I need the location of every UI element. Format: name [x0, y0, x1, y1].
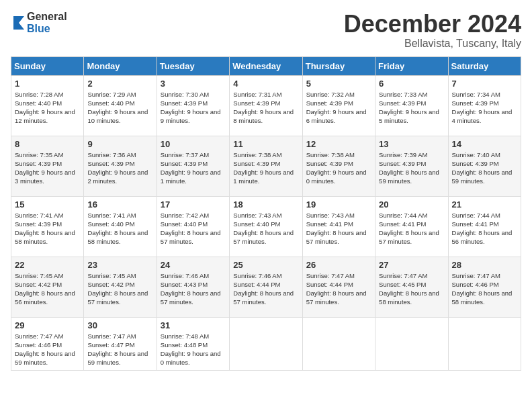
- logo-flag-icon: [11, 16, 24, 30]
- day-number: 20: [379, 199, 444, 210]
- day-info: Sunrise: 7:34 AMSunset: 4:39 PMDaylight:…: [452, 90, 517, 126]
- day-cell-2: 2Sunrise: 7:29 AMSunset: 4:40 PMDaylight…: [84, 75, 157, 136]
- day-info: Sunrise: 7:28 AMSunset: 4:40 PMDaylight:…: [15, 90, 80, 126]
- day-cell-3: 3Sunrise: 7:30 AMSunset: 4:39 PMDaylight…: [157, 75, 229, 136]
- location-title: Bellavista, Tuscany, Italy: [344, 38, 521, 50]
- calendar-row: 22Sunrise: 7:45 AMSunset: 4:42 PMDayligh…: [11, 257, 521, 317]
- calendar-row: 15Sunrise: 7:41 AMSunset: 4:39 PMDayligh…: [11, 196, 521, 257]
- day-cell-27: 27Sunrise: 7:47 AMSunset: 4:45 PMDayligh…: [375, 257, 448, 317]
- day-cell-13: 13Sunrise: 7:39 AMSunset: 4:39 PMDayligh…: [375, 136, 448, 196]
- day-number: 10: [161, 139, 226, 149]
- day-number: 7: [452, 79, 517, 89]
- calendar-row: 1Sunrise: 7:28 AMSunset: 4:40 PMDaylight…: [11, 75, 521, 136]
- day-number: 21: [452, 199, 517, 210]
- day-cell-20: 20Sunrise: 7:44 AMSunset: 4:41 PMDayligh…: [375, 196, 448, 257]
- day-info: Sunrise: 7:44 AMSunset: 4:41 PMDaylight:…: [452, 211, 517, 246]
- empty-cell: [302, 317, 375, 370]
- day-cell-4: 4Sunrise: 7:31 AMSunset: 4:39 PMDaylight…: [230, 75, 302, 136]
- day-info: Sunrise: 7:42 AMSunset: 4:40 PMDaylight:…: [161, 211, 226, 246]
- day-cell-21: 21Sunrise: 7:44 AMSunset: 4:41 PMDayligh…: [448, 196, 521, 257]
- day-info: Sunrise: 7:36 AMSunset: 4:39 PMDaylight:…: [87, 150, 152, 186]
- day-cell-18: 18Sunrise: 7:43 AMSunset: 4:40 PMDayligh…: [230, 196, 302, 257]
- logo: General Blue: [11, 11, 67, 34]
- calendar-row: 8Sunrise: 7:35 AMSunset: 4:39 PMDaylight…: [11, 136, 521, 196]
- day-cell-28: 28Sunrise: 7:47 AMSunset: 4:46 PMDayligh…: [448, 257, 521, 317]
- day-info: Sunrise: 7:37 AMSunset: 4:39 PMDaylight:…: [161, 150, 226, 186]
- day-info: Sunrise: 7:47 AMSunset: 4:47 PMDaylight:…: [87, 332, 152, 367]
- day-cell-22: 22Sunrise: 7:45 AMSunset: 4:42 PMDayligh…: [11, 257, 84, 317]
- day-cell-31: 31Sunrise: 7:48 AMSunset: 4:48 PMDayligh…: [157, 317, 229, 370]
- calendar-table: Sunday Monday Tuesday Wednesday Thursday…: [11, 56, 521, 371]
- month-title: December 2024: [344, 11, 521, 38]
- day-cell-24: 24Sunrise: 7:46 AMSunset: 4:43 PMDayligh…: [157, 257, 229, 317]
- day-info: Sunrise: 7:47 AMSunset: 4:46 PMDaylight:…: [15, 332, 80, 367]
- empty-cell: [375, 317, 448, 370]
- day-cell-10: 10Sunrise: 7:37 AMSunset: 4:39 PMDayligh…: [157, 136, 229, 196]
- day-number: 11: [233, 139, 298, 149]
- day-cell-15: 15Sunrise: 7:41 AMSunset: 4:39 PMDayligh…: [11, 196, 84, 257]
- empty-cell: [230, 317, 302, 370]
- day-cell-17: 17Sunrise: 7:42 AMSunset: 4:40 PMDayligh…: [157, 196, 229, 257]
- day-info: Sunrise: 7:32 AMSunset: 4:39 PMDaylight:…: [306, 90, 371, 126]
- day-number: 19: [306, 199, 371, 210]
- day-info: Sunrise: 7:39 AMSunset: 4:39 PMDaylight:…: [379, 150, 444, 186]
- header-wednesday: Wednesday: [230, 56, 302, 75]
- day-info: Sunrise: 7:47 AMSunset: 4:45 PMDaylight:…: [379, 271, 444, 307]
- day-cell-14: 14Sunrise: 7:40 AMSunset: 4:39 PMDayligh…: [448, 136, 521, 196]
- day-cell-8: 8Sunrise: 7:35 AMSunset: 4:39 PMDaylight…: [11, 136, 84, 196]
- page-header: General Blue December 2024 Bellavista, T…: [11, 11, 521, 50]
- day-info: Sunrise: 7:46 AMSunset: 4:43 PMDaylight:…: [161, 271, 226, 307]
- day-cell-12: 12Sunrise: 7:38 AMSunset: 4:39 PMDayligh…: [302, 136, 375, 196]
- day-number: 24: [161, 260, 226, 270]
- day-info: Sunrise: 7:33 AMSunset: 4:39 PMDaylight:…: [379, 90, 444, 126]
- day-info: Sunrise: 7:48 AMSunset: 4:48 PMDaylight:…: [161, 332, 226, 367]
- day-info: Sunrise: 7:43 AMSunset: 4:40 PMDaylight:…: [233, 211, 298, 246]
- day-cell-19: 19Sunrise: 7:43 AMSunset: 4:41 PMDayligh…: [302, 196, 375, 257]
- day-info: Sunrise: 7:45 AMSunset: 4:42 PMDaylight:…: [87, 271, 152, 307]
- day-info: Sunrise: 7:44 AMSunset: 4:41 PMDaylight:…: [379, 211, 444, 246]
- header-saturday: Saturday: [448, 56, 521, 75]
- day-cell-30: 30Sunrise: 7:47 AMSunset: 4:47 PMDayligh…: [84, 317, 157, 370]
- day-cell-7: 7Sunrise: 7:34 AMSunset: 4:39 PMDaylight…: [448, 75, 521, 136]
- day-number: 3: [161, 79, 226, 89]
- day-cell-25: 25Sunrise: 7:46 AMSunset: 4:44 PMDayligh…: [230, 257, 302, 317]
- header-monday: Monday: [84, 56, 157, 75]
- day-cell-23: 23Sunrise: 7:45 AMSunset: 4:42 PMDayligh…: [84, 257, 157, 317]
- logo-graphic: General Blue: [11, 11, 67, 34]
- day-info: Sunrise: 7:30 AMSunset: 4:39 PMDaylight:…: [161, 90, 226, 126]
- day-number: 1: [15, 79, 80, 89]
- calendar-row: 29Sunrise: 7:47 AMSunset: 4:46 PMDayligh…: [11, 317, 521, 370]
- day-number: 5: [306, 79, 371, 89]
- day-number: 17: [161, 199, 226, 210]
- header-sunday: Sunday: [11, 56, 84, 75]
- day-number: 4: [233, 79, 298, 89]
- day-cell-6: 6Sunrise: 7:33 AMSunset: 4:39 PMDaylight…: [375, 75, 448, 136]
- day-cell-9: 9Sunrise: 7:36 AMSunset: 4:39 PMDaylight…: [84, 136, 157, 196]
- day-number: 6: [379, 79, 444, 89]
- title-area: December 2024 Bellavista, Tuscany, Italy: [344, 11, 521, 50]
- day-number: 16: [87, 199, 152, 210]
- day-number: 14: [452, 139, 517, 149]
- day-info: Sunrise: 7:35 AMSunset: 4:39 PMDaylight:…: [15, 150, 80, 186]
- day-number: 26: [306, 260, 371, 270]
- header-thursday: Thursday: [302, 56, 375, 75]
- day-info: Sunrise: 7:29 AMSunset: 4:40 PMDaylight:…: [87, 90, 152, 126]
- day-info: Sunrise: 7:31 AMSunset: 4:39 PMDaylight:…: [233, 90, 298, 126]
- logo-blue: Blue: [27, 23, 67, 35]
- day-number: 25: [233, 260, 298, 270]
- day-cell-1: 1Sunrise: 7:28 AMSunset: 4:40 PMDaylight…: [11, 75, 84, 136]
- weekday-header-row: Sunday Monday Tuesday Wednesday Thursday…: [11, 56, 521, 75]
- day-info: Sunrise: 7:46 AMSunset: 4:44 PMDaylight:…: [233, 271, 298, 307]
- day-number: 8: [15, 139, 80, 149]
- day-cell-26: 26Sunrise: 7:47 AMSunset: 4:44 PMDayligh…: [302, 257, 375, 317]
- day-info: Sunrise: 7:45 AMSunset: 4:42 PMDaylight:…: [15, 271, 80, 307]
- day-number: 22: [15, 260, 80, 270]
- day-number: 13: [379, 139, 444, 149]
- day-info: Sunrise: 7:47 AMSunset: 4:44 PMDaylight:…: [306, 271, 371, 307]
- day-info: Sunrise: 7:41 AMSunset: 4:40 PMDaylight:…: [87, 211, 152, 246]
- day-number: 31: [161, 320, 226, 330]
- day-number: 29: [15, 320, 80, 330]
- logo-general: General: [27, 11, 67, 23]
- day-info: Sunrise: 7:38 AMSunset: 4:39 PMDaylight:…: [233, 150, 298, 186]
- day-number: 12: [306, 139, 371, 149]
